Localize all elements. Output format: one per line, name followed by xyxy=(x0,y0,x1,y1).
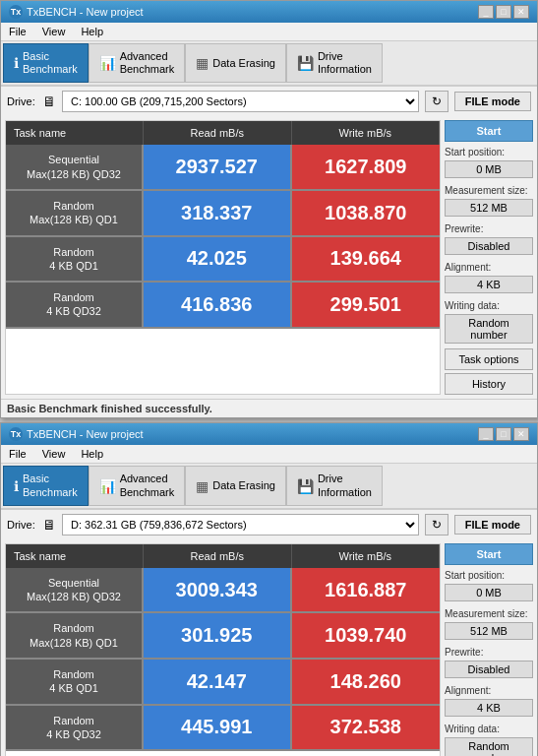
menu-help-1[interactable]: Help xyxy=(79,25,105,38)
alignment-value-1: 4 KB xyxy=(445,276,533,293)
close-btn-2[interactable]: ✕ xyxy=(513,427,529,441)
close-btn-1[interactable]: ✕ xyxy=(513,5,529,19)
tab-erasing-label-1: Data Erasing xyxy=(212,57,275,70)
drive-disk-icon-2: 🖥 xyxy=(42,517,56,533)
tab-drive-label-2: DriveInformation xyxy=(318,472,372,498)
title-bar-1: Tx TxBENCH - New project _ □ ✕ xyxy=(1,1,537,23)
start-pos-label-2: Start position: xyxy=(445,570,533,581)
write-1-2: 139.664 xyxy=(292,237,441,282)
writing-value-1: Random number xyxy=(445,314,533,344)
maximize-btn-1[interactable]: □ xyxy=(496,5,511,19)
title-controls-1: _ □ ✕ xyxy=(478,5,529,19)
table-row-2-0: SequentialMax(128 KB) QD32 3009.343 1616… xyxy=(6,568,440,614)
main-content-2: Task name Read mB/s Write mB/s Sequentia… xyxy=(1,539,537,756)
meas-size-value-2: 512 MB xyxy=(445,622,533,640)
history-btn-1[interactable]: History xyxy=(445,373,533,395)
start-btn-1[interactable]: Start xyxy=(445,120,533,142)
task-options-btn-1[interactable]: Task options xyxy=(445,348,533,370)
start-pos-value-2: 0 MB xyxy=(445,584,533,601)
file-mode-btn-1[interactable]: FILE mode xyxy=(454,92,531,111)
prewrite-label-2: Prewrite: xyxy=(445,647,533,658)
menu-help-2[interactable]: Help xyxy=(79,447,105,461)
tab-advanced-2[interactable]: 📊 AdvancedBenchmark xyxy=(89,466,186,505)
erasing-icon-2: ▦ xyxy=(196,478,209,494)
menu-bar-1: File View Help xyxy=(1,23,537,41)
start-pos-value-1: 0 MB xyxy=(445,160,533,178)
benchmark-table-2: Task name Read mB/s Write mB/s Sequentia… xyxy=(5,543,441,756)
tab-drive-2[interactable]: 💾 DriveInformation xyxy=(286,466,383,505)
drive-refresh-btn-2[interactable]: ↻ xyxy=(425,514,448,536)
menu-view-1[interactable]: View xyxy=(40,25,68,38)
file-mode-btn-2[interactable]: FILE mode xyxy=(454,515,531,535)
app-icon-1: Tx xyxy=(9,5,23,19)
writing-label-2: Writing data: xyxy=(445,724,533,734)
table-header-2: Task name Read mB/s Write mB/s xyxy=(6,544,440,568)
alignment-value-2: 4 KB xyxy=(445,699,533,717)
write-2-0: 1616.887 xyxy=(292,568,441,612)
tab-basic-1[interactable]: ℹ BasicBenchmark xyxy=(3,43,89,83)
table-row-2-2: Random4 KB QD1 42.147 148.260 xyxy=(6,660,440,706)
maximize-btn-2[interactable]: □ xyxy=(496,427,511,441)
main-content-1: Task name Read mB/s Write mB/s Sequentia… xyxy=(1,116,537,399)
minimize-btn-1[interactable]: _ xyxy=(478,5,494,19)
erasing-icon-1: ▦ xyxy=(196,55,209,71)
col-write-header-2: Write mB/s xyxy=(292,544,441,568)
menu-file-1[interactable]: File xyxy=(7,25,29,38)
toolbar-2: ℹ BasicBenchmark 📊 AdvancedBenchmark ▦ D… xyxy=(1,464,537,509)
drive-select-2[interactable]: D: 362.31 GB (759,836,672 Sectors) xyxy=(62,514,419,536)
read-1-2: 42.025 xyxy=(144,237,292,282)
drive-row-1: Drive: 🖥 C: 100.00 GB (209,715,200 Secto… xyxy=(1,87,537,116)
title-bar-left-2: Tx TxBENCH - New project xyxy=(9,427,144,441)
table-row-1-1: RandomMax(128 KB) QD1 318.337 1038.870 xyxy=(6,191,440,237)
tab-advanced-label-1: AdvancedBenchmark xyxy=(120,50,175,76)
drive-select-1[interactable]: C: 100.00 GB (209,715,200 Sectors) xyxy=(62,91,419,112)
meas-size-label-1: Measurement size: xyxy=(445,185,533,196)
sidebar-1: Start Start position: 0 MB Measurement s… xyxy=(445,120,533,395)
window-2: Tx TxBENCH - New project _ □ ✕ File View… xyxy=(0,422,538,756)
minimize-btn-2[interactable]: _ xyxy=(478,427,494,441)
title-bar-left-1: Tx TxBENCH - New project xyxy=(9,5,144,19)
table-row-1-3: Random4 KB QD32 416.836 299.501 xyxy=(6,283,440,329)
drive-refresh-btn-1[interactable]: ↻ xyxy=(425,91,448,112)
task-1-1: RandomMax(128 KB) QD1 xyxy=(6,191,144,235)
advanced-icon-1: 📊 xyxy=(99,55,116,71)
tab-advanced-label-2: AdvancedBenchmark xyxy=(120,472,175,498)
menu-file-2[interactable]: File xyxy=(7,447,29,461)
start-btn-2[interactable]: Start xyxy=(445,543,533,565)
drive-label-2: Drive: xyxy=(7,519,36,531)
menu-bar-2: File View Help xyxy=(1,445,537,464)
sidebar-2: Start Start position: 0 MB Measurement s… xyxy=(445,543,533,756)
write-1-3: 299.501 xyxy=(292,283,441,327)
write-2-1: 1039.740 xyxy=(292,613,441,658)
task-2-2: Random4 KB QD1 xyxy=(6,660,144,704)
col-task-header-2: Task name xyxy=(6,544,144,568)
read-2-1: 301.925 xyxy=(144,613,292,658)
task-2-1: RandomMax(128 KB) QD1 xyxy=(6,613,144,658)
tab-erasing-1[interactable]: ▦ Data Erasing xyxy=(185,43,286,83)
task-2-3: Random4 KB QD32 xyxy=(6,706,144,750)
drive-label-1: Drive: xyxy=(7,95,36,107)
tab-advanced-1[interactable]: 📊 AdvancedBenchmark xyxy=(89,43,186,83)
write-1-1: 1038.870 xyxy=(292,191,441,235)
table-row-1-2: Random4 KB QD1 42.025 139.664 xyxy=(6,237,440,284)
advanced-icon-2: 📊 xyxy=(99,478,116,494)
meas-size-label-2: Measurement size: xyxy=(445,608,533,619)
tab-erasing-2[interactable]: ▦ Data Erasing xyxy=(185,466,286,505)
write-2-2: 148.260 xyxy=(292,660,441,704)
tab-drive-1[interactable]: 💾 DriveInformation xyxy=(286,43,383,83)
read-2-0: 3009.343 xyxy=(144,568,292,612)
prewrite-value-1: Disabled xyxy=(445,237,533,255)
col-read-header-1: Read mB/s xyxy=(144,121,292,145)
col-read-header-2: Read mB/s xyxy=(144,544,292,568)
read-1-1: 318.337 xyxy=(144,191,292,235)
table-row-1-0: SequentialMax(128 KB) QD32 2937.527 1627… xyxy=(6,145,440,191)
write-2-3: 372.538 xyxy=(292,706,441,750)
benchmark-table-1: Task name Read mB/s Write mB/s Sequentia… xyxy=(5,120,441,395)
menu-view-2[interactable]: View xyxy=(40,447,68,461)
writing-value-2: Random number xyxy=(445,737,533,756)
window-title-2: TxBENCH - New project xyxy=(27,428,144,440)
read-2-3: 445.991 xyxy=(144,706,292,750)
basic-icon-2: ℹ xyxy=(14,478,19,494)
tab-basic-2[interactable]: ℹ BasicBenchmark xyxy=(3,466,89,505)
drive-row-2: Drive: 🖥 D: 362.31 GB (759,836,672 Secto… xyxy=(1,510,537,539)
